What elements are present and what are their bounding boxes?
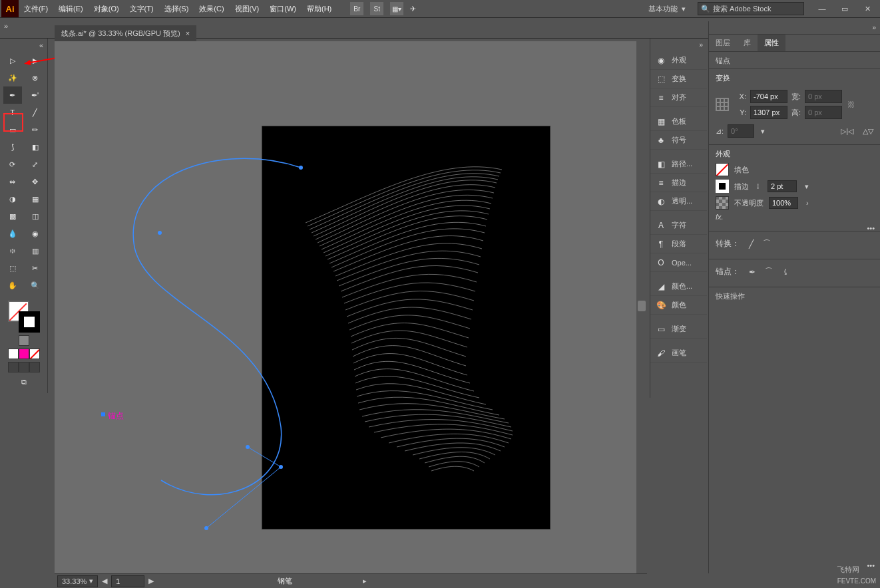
document-tab[interactable]: 线条.ai* @ 33.33% (RGB/GPU 预览) ×: [55, 25, 196, 41]
mesh-tool[interactable]: ▩: [3, 208, 22, 225]
panel-gradient[interactable]: ▭渐变: [650, 320, 707, 339]
canvas[interactable]: 锚点: [55, 41, 647, 573]
menu-view[interactable]: 视图(V): [230, 0, 265, 17]
h-input[interactable]: [805, 106, 842, 119]
panel-color[interactable]: 🎨颜色: [650, 296, 707, 315]
tab-properties[interactable]: 属性: [758, 35, 785, 51]
stroke-weight-input[interactable]: [768, 180, 797, 192]
opacity-dropdown-icon[interactable]: ›: [803, 199, 811, 207]
appearance-more-icon[interactable]: •••: [867, 224, 875, 232]
convert-smooth-icon[interactable]: ⌒: [763, 238, 771, 249]
menu-type[interactable]: 文字(T): [124, 0, 159, 17]
rotate-tool[interactable]: ⟳: [3, 156, 22, 173]
bridge-icon[interactable]: Br: [350, 2, 363, 15]
menu-object[interactable]: 对象(O): [89, 0, 124, 17]
free-transform-tool[interactable]: ✥: [26, 173, 45, 190]
expand-control-left-icon[interactable]: »: [4, 22, 8, 30]
shape-builder-tool[interactable]: ◑: [3, 190, 22, 208]
gpu-rocket-icon[interactable]: ✈: [410, 5, 416, 13]
draw-inside-icon[interactable]: [29, 362, 40, 372]
zoom-level[interactable]: 33.33% ▾: [57, 575, 98, 587]
menu-help[interactable]: 帮助(H): [302, 0, 337, 17]
tab-library[interactable]: 库: [737, 35, 758, 51]
link-wh-icon[interactable]: ⛓̸: [847, 100, 855, 108]
status-dropdown-icon[interactable]: ▸: [363, 577, 367, 585]
slice-tool[interactable]: ✂: [26, 259, 45, 277]
convert-corner-icon[interactable]: ╱: [749, 239, 754, 249]
artboard-prev-icon[interactable]: ◀: [102, 577, 107, 585]
menu-edit[interactable]: 编辑(E): [53, 0, 89, 17]
panel-character[interactable]: A字符: [650, 216, 707, 235]
close-tab-icon[interactable]: ×: [186, 29, 190, 37]
connect-anchor-icon[interactable]: ⤹: [782, 267, 789, 277]
minimize-button[interactable]: —: [811, 2, 833, 15]
artboard-number[interactable]: 1: [111, 575, 144, 587]
eraser-tool[interactable]: ◧: [26, 138, 45, 156]
y-input[interactable]: [750, 106, 787, 119]
panel-pathfinder[interactable]: ◧路径...: [650, 155, 707, 174]
expand-panels-icon[interactable]: »: [650, 39, 707, 51]
panel-brushes[interactable]: 🖌画笔: [650, 344, 707, 363]
blend-tool[interactable]: ◉: [26, 225, 45, 242]
close-button[interactable]: ✕: [856, 2, 879, 15]
artboard-tool[interactable]: ⬚: [3, 259, 22, 277]
eyedropper-tool[interactable]: 💧: [3, 225, 22, 242]
draw-mode-icon[interactable]: [8, 362, 19, 372]
screen-mode-button[interactable]: ⧉: [21, 378, 27, 386]
line-segment-tool[interactable]: ╱: [26, 104, 45, 121]
swatch-white[interactable]: [8, 349, 19, 359]
x-input[interactable]: [750, 90, 787, 103]
maximize-button[interactable]: ▭: [833, 2, 856, 15]
lasso-tool[interactable]: ⊗: [26, 69, 45, 86]
pen-tool[interactable]: ✒: [3, 86, 22, 104]
angle-input[interactable]: [728, 124, 754, 138]
panel-align[interactable]: ≡对齐: [650, 88, 707, 107]
opacity-swatch[interactable]: [716, 196, 729, 210]
stroke-swatch[interactable]: [716, 180, 729, 193]
angle-dropdown-icon[interactable]: ▾: [758, 127, 768, 136]
panel-opentype[interactable]: OOpe...: [650, 253, 707, 272]
shaper-tool[interactable]: ⟆: [3, 138, 22, 156]
panel-transparency[interactable]: ◐透明...: [650, 192, 707, 211]
symbol-sprayer-tool[interactable]: ፨: [3, 242, 22, 259]
panel-swatches[interactable]: ▦色板: [650, 112, 707, 131]
stroke-dropdown-icon[interactable]: ▾: [802, 182, 811, 191]
search-input[interactable]: 🔍 搜索 Adobe Stock: [698, 2, 804, 15]
opacity-input[interactable]: [769, 197, 798, 209]
menu-select[interactable]: 选择(S): [159, 0, 194, 17]
pen-path[interactable]: [101, 114, 301, 514]
color-mode-icon[interactable]: [19, 335, 29, 346]
scale-tool[interactable]: ⤢: [26, 156, 45, 173]
paintbrush-tool[interactable]: ✏: [26, 121, 45, 138]
panel-stroke[interactable]: ≡描边: [650, 174, 707, 192]
curvature-tool[interactable]: ✒': [26, 86, 45, 104]
menu-window[interactable]: 窗口(W): [264, 0, 302, 17]
tab-layers[interactable]: 图层: [709, 35, 737, 51]
stroke-swatch-icon[interactable]: [19, 311, 40, 333]
panel-transform[interactable]: ⬚变换: [650, 70, 707, 88]
direct-selection-tool[interactable]: ▶: [26, 52, 45, 69]
magic-wand-tool[interactable]: ✨: [3, 69, 22, 86]
width-tool[interactable]: ⇔: [3, 173, 22, 190]
collapse-properties-icon[interactable]: »: [709, 21, 880, 35]
fill-stroke-swatch[interactable]: [8, 301, 40, 333]
swatch-magenta[interactable]: [19, 349, 29, 359]
flip-horizontal-icon[interactable]: ▷|◁: [841, 127, 853, 136]
swatch-none[interactable]: [29, 349, 40, 359]
hand-tool[interactable]: ✋: [3, 277, 22, 294]
remove-anchor-icon[interactable]: ⌒: [765, 266, 773, 277]
add-anchor-icon[interactable]: ✒: [749, 267, 756, 277]
menu-effect[interactable]: 效果(C): [194, 0, 229, 17]
workspace-switcher[interactable]: 基本功能 ▾: [643, 4, 691, 14]
vertical-scrollbar[interactable]: [636, 41, 647, 573]
fx-button[interactable]: fx.: [716, 213, 724, 221]
panel-appearance[interactable]: ◉外观: [650, 51, 707, 70]
reference-point-icon[interactable]: [716, 98, 729, 111]
gradient-tool[interactable]: ◫: [26, 208, 45, 225]
type-tool[interactable]: T: [3, 104, 22, 121]
scrollbar-thumb[interactable]: [638, 301, 646, 311]
stroke-stepper-icon[interactable]: ⁞: [754, 182, 762, 191]
column-graph-tool[interactable]: ▥: [26, 242, 45, 259]
arrange-documents-icon[interactable]: ▦▾: [390, 2, 403, 15]
w-input[interactable]: [805, 90, 842, 103]
